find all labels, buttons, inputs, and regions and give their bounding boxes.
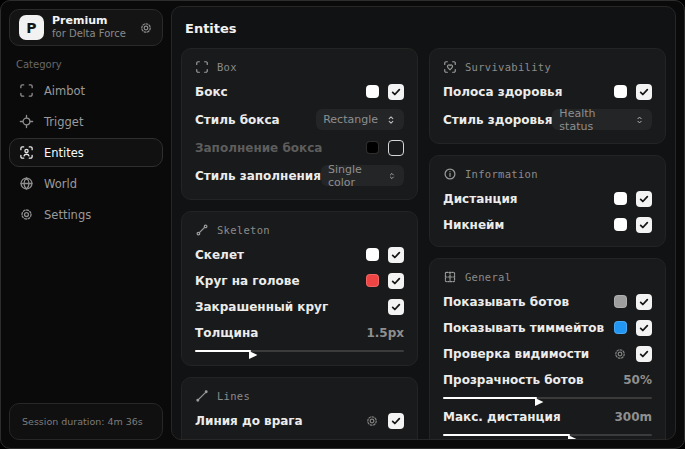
sidebar-item-trigget[interactable]: Trigget [9,107,163,136]
dropdown[interactable]: Health status [552,109,652,130]
gear-icon[interactable] [365,440,379,441]
setting-controls [614,294,652,310]
panel-title: Skeleton [217,224,270,236]
setting-row: Дистанция [443,190,652,207]
panel-columns: BoxБоксСтиль боксаRectangleЗаполнение бо… [181,48,666,440]
unfold-icon [634,114,645,126]
main-panel: Entites BoxБоксСтиль боксаRectangleЗапол… [171,6,676,440]
setting-row: Стиль заполненияSingle color [195,165,404,186]
app-logo: P [19,15,44,40]
checkbox[interactable] [636,320,652,336]
checkbox[interactable] [388,439,404,441]
setting-label: Линия до врага [195,414,303,428]
checkbox[interactable] [636,191,652,207]
gear-icon[interactable] [365,414,379,428]
gear-icon[interactable] [613,347,627,361]
app-window: P Premium for Delta Force Category Aimbo… [0,0,685,449]
bone-icon [195,223,209,237]
setting-label: Заполнение бокса [195,141,322,155]
setting-label: Стиль заполнения [195,169,321,183]
slider[interactable] [195,350,404,352]
dropdown-value: Rectangle [323,113,378,126]
setting-row: Стиль боксаRectangle [195,109,404,130]
color-swatch[interactable] [614,218,627,231]
setting-label: Круг на голове [195,274,300,288]
sidebar-item-world[interactable]: World [9,169,163,198]
checkbox[interactable] [388,247,404,263]
setting-label: Полоса здоровья [443,85,562,99]
setting-label: Линия взгляда [195,440,297,441]
checkbox[interactable] [388,299,404,315]
checkbox[interactable] [636,346,652,362]
sidebar-item-settings[interactable]: Settings [9,200,163,229]
setting-label: Скелет [195,248,244,262]
dropdown[interactable]: Rectangle [316,109,404,130]
panel-skeleton: SkeletonСкелетКруг на головеЗакрашенный … [181,211,418,366]
setting-label: Стиль бокса [195,113,280,127]
panel-title: Information [465,168,538,180]
setting-row: Круг на голове [195,272,404,289]
setting-controls [366,84,404,100]
panel-title: Survivability [465,61,551,73]
slider-thumb-icon[interactable] [567,430,578,441]
sidebar-item-label: Aimbot [44,84,85,98]
brand-title: Premium [52,15,131,28]
panel-header: Lines [195,389,404,403]
checkbox[interactable] [636,217,652,233]
color-swatch[interactable] [614,295,627,308]
panel-title: Box [217,61,237,73]
session-duration-text: Session duration: 4m 36s [22,416,143,427]
setting-label: Показывать ботов [443,295,569,309]
category-label: Category [16,59,163,70]
slider-thumb-icon[interactable] [534,393,545,404]
setting-row: Показывать ботов [443,293,652,310]
slider-value: 300m [614,410,652,424]
panel-header: General [443,270,652,284]
checkbox[interactable] [388,84,404,100]
setting-row: Полоса здоровья [443,83,652,100]
checkbox[interactable] [636,294,652,310]
slider-row-top: Макс. дистанция300m [443,410,652,424]
sidebar-nav: AimbotTriggetEntitesWorldSettings [9,76,163,229]
globe-icon [19,176,34,191]
color-swatch[interactable] [614,192,627,205]
checkbox[interactable] [388,413,404,429]
setting-controls [614,191,652,207]
slider-fill [443,434,570,436]
checkbox[interactable] [636,84,652,100]
color-swatch[interactable] [366,85,379,98]
sidebar-item-aimbot[interactable]: Aimbot [9,76,163,105]
panel-information: InformationДистанцияНикнейм [429,155,666,247]
sidebar-item-label: Trigget [44,115,83,129]
checkbox[interactable] [388,140,404,156]
color-swatch[interactable] [366,248,379,261]
heart-scan-icon [443,60,457,74]
panel-header: Skeleton [195,223,404,237]
color-swatch[interactable] [614,85,627,98]
panel-column-right: SurvivabilityПолоса здоровьяСтиль здоров… [429,48,666,440]
setting-label: Проверка видимости [443,347,589,361]
panel-title: Lines [217,390,250,402]
setting-label: Закрашенный круг [195,300,328,314]
sidebar-item-label: Entites [44,146,84,160]
line-icon [195,389,209,403]
dropdown[interactable]: Single color [321,165,404,186]
slider[interactable] [443,434,652,436]
color-swatch[interactable] [366,141,379,154]
setting-label: Макс. дистанция [443,410,561,424]
sidebar-item-entites[interactable]: Entites [9,138,163,167]
color-swatch[interactable] [614,321,627,334]
panel-box: BoxБоксСтиль боксаRectangleЗаполнение бо… [181,48,418,200]
slider-thumb-icon[interactable] [248,346,259,357]
setting-row: Показывать тиммейтов [443,319,652,336]
person-scan-icon [19,145,34,160]
slider-row: Толщина1.5px [195,326,404,352]
slider[interactable] [443,397,652,399]
setting-controls: Rectangle [316,109,404,130]
checkbox[interactable] [388,273,404,289]
setting-controls [365,413,404,429]
gear-icon[interactable] [139,21,153,35]
panel-survivability: SurvivabilityПолоса здоровьяСтиль здоров… [429,48,666,144]
setting-label: Стиль здоровья [443,113,552,127]
color-swatch[interactable] [366,274,379,287]
